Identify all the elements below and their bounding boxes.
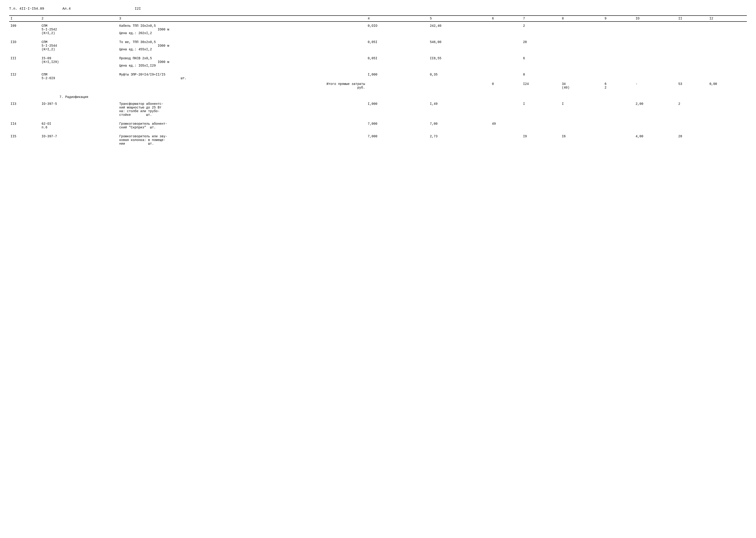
itogo-id	[9, 81, 40, 90]
row-desc: Кабель ТПП IOx2x0,5 IO00 м Цена ед.: 202…	[118, 22, 366, 36]
row-code: IO-397-7	[40, 133, 118, 146]
section-header-label: 7. Радиофикация	[9, 93, 747, 100]
row-col7: 2	[522, 22, 560, 36]
row-col9	[603, 22, 634, 36]
row-col8	[560, 38, 603, 52]
row-col9	[603, 38, 634, 52]
itogo-col7: I24	[522, 81, 560, 90]
row-col9	[603, 100, 634, 117]
row-col8	[560, 120, 603, 130]
row-id: II3	[9, 100, 40, 117]
row-col8: I6	[560, 133, 603, 146]
header-right: I2I	[135, 7, 141, 11]
row-col11	[677, 71, 708, 81]
row-code: IO-397-5	[40, 100, 118, 117]
section-header-row: 7. Радиофикация	[9, 93, 747, 100]
row-col7: 28	[522, 38, 560, 52]
row-col7: I9	[522, 133, 560, 146]
row-id: II2	[9, 71, 40, 81]
row-id: III	[9, 55, 40, 68]
col-header-9: 9	[603, 16, 634, 22]
table-row: I09 СПМ 5-I-2542 (K=I,2) Кабель ТПП IOx2…	[9, 22, 747, 36]
col-header-6: 6	[491, 16, 522, 22]
table-row: IIO СПМ 5-I-2544 (K=I,2) То же, ТПП 30x2…	[9, 38, 747, 52]
row-col4: 7,000	[366, 120, 429, 130]
table-row: II2 СПМ 5-2-6I9 Муфты ЗПР-20=I4/I9+II/I5…	[9, 71, 747, 81]
row-col9	[603, 71, 634, 81]
col-header-10: IO	[634, 16, 677, 22]
row-col10	[634, 55, 677, 68]
row-code: 62-OI п.6	[40, 120, 118, 130]
row-col4: I,000	[366, 100, 429, 117]
table-row: II4 62-OI п.6 Громкоговоритель абонент- …	[9, 120, 747, 130]
main-table: I 2 3 4 5 6 7 8 9 IO II I2 I09 СПМ 5-I-2…	[9, 15, 747, 146]
row-col6	[491, 38, 522, 52]
row-desc: Муфты ЗПР-20=I4/I9+II/I5 шт.	[118, 71, 366, 81]
row-col5: 7,00	[429, 120, 491, 130]
row-col6	[491, 55, 522, 68]
row-col9	[603, 120, 634, 130]
row-id: II4	[9, 120, 40, 130]
row-col8	[560, 22, 603, 36]
itogo-col4	[366, 81, 429, 90]
row-col7	[522, 120, 560, 130]
row-col5: 2,73	[429, 133, 491, 146]
col-header-8: 8	[560, 16, 603, 22]
row-col4: 0,OIO	[366, 22, 429, 36]
row-col11: 28	[677, 133, 708, 146]
row-col4: 0,05I	[366, 38, 429, 52]
row-id: I09	[9, 22, 40, 36]
page-header: Т.п. 4II-I-I54.89 Ал.4 I2I	[9, 7, 747, 11]
row-col10	[634, 71, 677, 81]
row-col5: 242,40	[429, 22, 491, 36]
row-col10	[634, 120, 677, 130]
row-col7: I	[522, 100, 560, 117]
row-col9	[603, 55, 634, 68]
row-col10: 2,00	[634, 100, 677, 117]
row-code: СПМ 5-I-2544 (K=I,2)	[40, 38, 118, 52]
row-col5: 0,35	[429, 71, 491, 81]
row-col11	[677, 55, 708, 68]
row-col12	[708, 120, 747, 130]
itogo-code	[40, 81, 118, 90]
header-left: Т.п. 4II-I-I54.89	[9, 7, 44, 11]
col-header-7: 7	[522, 16, 560, 22]
row-col8	[560, 55, 603, 68]
row-col7: 0	[522, 71, 560, 81]
col-header-4: 4	[366, 16, 429, 22]
itogo-col8: 34 (40)	[560, 81, 603, 90]
header-middle: Ал.4	[63, 7, 71, 11]
row-code: I5-09 (K=I,I29)	[40, 55, 118, 68]
row-col5: I,49	[429, 100, 491, 117]
row-desc: То же, ТПП 30x2x0,5 IO00 м Цена ед.: 455…	[118, 38, 366, 52]
table-row: II3 IO-397-5 Трансформатор абонентс- кий…	[9, 100, 747, 117]
row-id: IIO	[9, 38, 40, 52]
row-col12	[708, 71, 747, 81]
row-col11	[677, 22, 708, 36]
row-col8: I	[560, 100, 603, 117]
row-col5: II8,55	[429, 55, 491, 68]
row-col6: 49	[491, 120, 522, 130]
itogo-col5	[429, 81, 491, 90]
itogo-col9: 6 2	[603, 81, 634, 90]
col-header-3: 3	[118, 16, 366, 22]
itogo-col10: -	[634, 81, 677, 90]
table-row: II5 IO-397-7 Громкоговоритель или зву- к…	[9, 133, 747, 146]
col-header-5: 5	[429, 16, 491, 22]
row-col4: 0,05I	[366, 55, 429, 68]
row-col9	[603, 133, 634, 146]
row-col10	[634, 38, 677, 52]
row-col12	[708, 55, 747, 68]
row-col11	[677, 38, 708, 52]
row-col11: 2	[677, 100, 708, 117]
itogo-row: Итого прямые затраты руб. 0 I24 34 (40) …	[9, 81, 747, 90]
row-col6	[491, 133, 522, 146]
itogo-col11: 53	[677, 81, 708, 90]
itogo-col12: 0,00	[708, 81, 747, 90]
row-col7: 6	[522, 55, 560, 68]
row-col4: 7,000	[366, 133, 429, 146]
row-desc: Провод ПКСВ 2x0,5 IO00 м Цена ед.: IO5xI…	[118, 55, 366, 68]
row-col6	[491, 100, 522, 117]
row-code: СПМ 5-I-2542 (K=I,2)	[40, 22, 118, 36]
row-col4: I,000	[366, 71, 429, 81]
